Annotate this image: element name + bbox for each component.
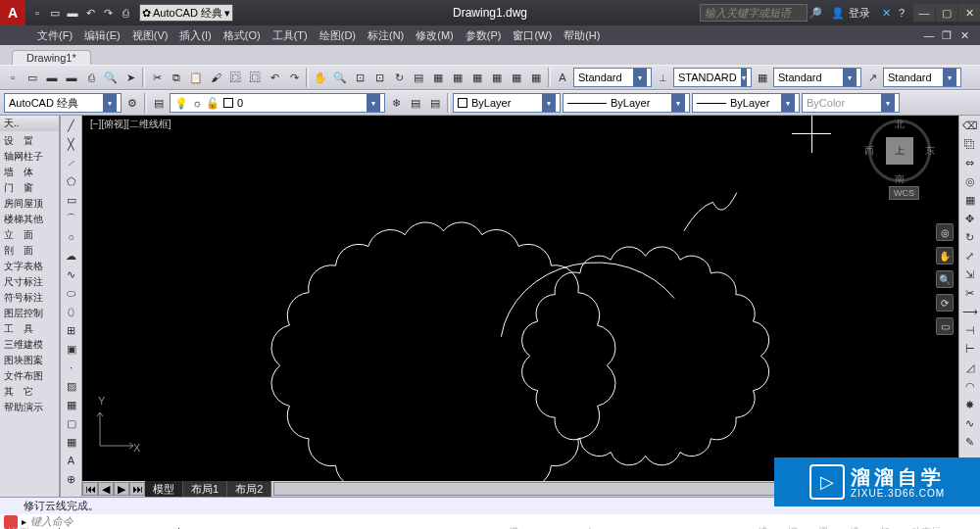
cut-icon[interactable]: ✂ — [148, 69, 166, 86]
orbit-icon[interactable]: ⟳ — [936, 294, 954, 312]
menu-dim[interactable]: 标注(N) — [362, 25, 410, 45]
side-item[interactable]: 房间屋顶 — [0, 196, 59, 212]
layer-state-icon[interactable]: ▤ — [407, 94, 424, 112]
side-item[interactable]: 墙 体 — [0, 165, 59, 180]
xline-icon[interactable]: ╳ — [63, 135, 80, 153]
saveas-icon[interactable]: ▬ — [63, 69, 80, 86]
wheel-icon[interactable]: ◎ — [936, 223, 954, 241]
ws-settings-icon[interactable]: ⚙ — [123, 94, 141, 112]
revcloud-icon[interactable]: ☁ — [63, 247, 80, 264]
side-item[interactable]: 门 窗 — [0, 180, 59, 196]
zoom-nav-icon[interactable]: 🔍 — [936, 270, 954, 288]
side-item[interactable]: 符号标注 — [0, 290, 59, 306]
doc-close-icon[interactable]: ✕ — [956, 27, 972, 43]
help-search-input[interactable]: 输入关键字或短语 — [700, 4, 808, 22]
layout-tab[interactable]: 布局1 — [183, 481, 227, 497]
fillet-icon[interactable]: ◠ — [961, 377, 979, 395]
mleaderstyle-select[interactable]: Standard ▾ — [883, 68, 961, 87]
layout-tab[interactable]: 布局2 — [227, 481, 271, 497]
help-icon[interactable]: ? — [894, 5, 909, 21]
search-icon[interactable]: 🔎 — [808, 5, 823, 21]
close-button[interactable]: ✕ — [958, 4, 980, 22]
login-button[interactable]: 👤 登录 — [831, 6, 870, 21]
calc-icon[interactable]: ▦ — [449, 69, 466, 86]
doc-min-icon[interactable]: — — [921, 27, 937, 43]
side-item[interactable]: 剖 面 — [0, 243, 59, 259]
gradient-icon[interactable]: ▦ — [63, 396, 80, 413]
stretch-icon[interactable]: ⇲ — [961, 265, 979, 283]
dcenter-icon[interactable]: ▦ — [488, 69, 506, 86]
scroll-next-icon[interactable]: ▶ — [114, 482, 129, 496]
viewcube-top[interactable]: 上 — [886, 137, 913, 165]
addselect-icon[interactable]: ⊕ — [63, 470, 80, 488]
plotstyle-select[interactable]: ByColor ▾ — [802, 93, 900, 113]
menu-modify[interactable]: 修改(M) — [410, 25, 460, 45]
menu-edit[interactable]: 编辑(E) — [78, 25, 126, 45]
rect-icon[interactable]: ▭ — [63, 191, 80, 209]
menu-file[interactable]: 文件(F) — [31, 25, 78, 45]
drawing-canvas[interactable]: [−][俯视][二维线框] Y X 上 北 南 东 — [82, 116, 958, 481]
save-icon[interactable]: ▬ — [65, 5, 80, 21]
ellipse-icon[interactable]: ⬭ — [63, 284, 80, 302]
side-item[interactable]: 楼梯其他 — [0, 212, 59, 227]
open-icon[interactable]: ▭ — [47, 5, 63, 21]
mirror-icon[interactable]: ⇔ — [961, 154, 979, 171]
table-icon[interactable]: ▦ — [63, 433, 80, 451]
scroll-prev-icon[interactable]: ◀ — [98, 482, 114, 496]
pan-icon[interactable]: ✋ — [312, 69, 329, 86]
regen-icon[interactable]: ↻ — [390, 69, 408, 86]
mleaderstyle-icon[interactable]: ↗ — [863, 69, 881, 86]
maximize-button[interactable]: ▢ — [936, 4, 957, 22]
qselect-icon[interactable]: ▦ — [527, 69, 545, 86]
move-icon[interactable]: ✥ — [961, 210, 979, 227]
side-item[interactable]: 三维建模 — [0, 337, 59, 353]
sheet-icon[interactable]: ▤ — [410, 69, 427, 86]
side-item[interactable]: 尺寸标注 — [0, 274, 59, 290]
explode-icon[interactable]: ✸ — [961, 396, 979, 413]
workspace2-select[interactable]: AutoCAD 经典 ▾ — [4, 93, 122, 113]
doc-tab[interactable]: Drawing1* — [12, 50, 91, 65]
new-icon[interactable]: ▫ — [29, 5, 45, 21]
workspace-select[interactable]: ✿ AutoCAD 经典 ▾ — [139, 4, 233, 22]
menu-draw[interactable]: 绘图(D) — [314, 25, 362, 45]
pedit-icon[interactable]: ✎ — [961, 433, 979, 451]
blend-icon[interactable]: ∿ — [961, 414, 979, 432]
menu-help[interactable]: 帮助(H) — [558, 25, 606, 45]
color-select[interactable]: ByLayer ▾ — [453, 93, 561, 113]
linetype-select[interactable]: ByLayer ▾ — [563, 93, 690, 113]
viewcube-s[interactable]: 南 — [895, 172, 905, 186]
scale-icon[interactable]: ⤢ — [961, 247, 979, 264]
region-icon[interactable]: ▢ — [63, 414, 80, 432]
spline-icon[interactable]: ∿ — [63, 265, 80, 283]
zoom-win-icon[interactable]: ⊡ — [351, 69, 368, 86]
scroll-first-icon[interactable]: ⏮ — [82, 482, 98, 496]
side-item[interactable]: 帮助演示 — [0, 400, 59, 415]
side-item[interactable]: 立 面 — [0, 227, 59, 243]
makeblock-icon[interactable]: ▣ — [63, 340, 80, 358]
menu-param[interactable]: 参数(P) — [460, 25, 508, 45]
side-item[interactable]: 其 它 — [0, 384, 59, 400]
save-doc-icon[interactable]: ▬ — [43, 69, 61, 86]
textstyle-select[interactable]: Standard ▾ — [573, 68, 652, 87]
block2-icon[interactable]: ⿴ — [246, 69, 264, 86]
markup-icon[interactable]: ▦ — [508, 69, 525, 86]
arc-icon[interactable]: ⌒ — [63, 210, 80, 227]
minimize-button[interactable]: — — [913, 4, 935, 22]
layer-prop-icon[interactable]: ▤ — [150, 94, 168, 112]
extend-icon[interactable]: ⟶ — [961, 303, 979, 320]
viewcube-w[interactable]: 西 — [864, 144, 874, 158]
preview-icon[interactable]: 🔍 — [102, 69, 120, 86]
dimstyle-select[interactable]: STANDARD ▾ — [673, 68, 752, 87]
polygon-icon[interactable]: ⬠ — [63, 172, 80, 190]
circle-icon[interactable]: ○ — [63, 228, 80, 246]
layer-iso-icon[interactable]: ▤ — [426, 94, 444, 112]
point-icon[interactable]: · — [63, 359, 80, 376]
offset-icon[interactable]: ◎ — [961, 172, 979, 190]
block-icon[interactable]: ⿴ — [226, 69, 244, 86]
insert-icon[interactable]: ⊞ — [63, 321, 80, 339]
zoom-prev-icon[interactable]: ⊡ — [370, 69, 388, 86]
array-icon[interactable]: ▦ — [961, 191, 979, 209]
doc-restore-icon[interactable]: ❐ — [939, 27, 955, 43]
viewcube-e[interactable]: 东 — [925, 144, 935, 158]
join-icon[interactable]: ⊢ — [961, 340, 979, 358]
